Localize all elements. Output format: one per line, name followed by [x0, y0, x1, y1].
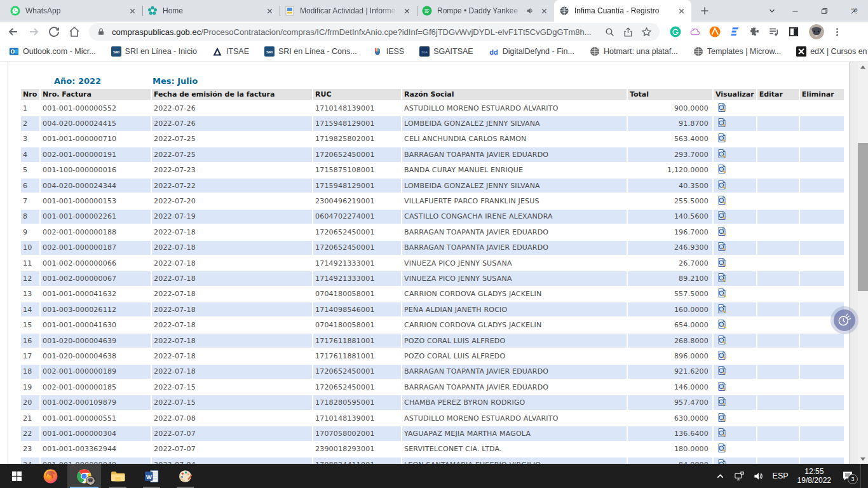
browser-tab[interactable]: Infima Cuantía - Registro — [554, 0, 691, 22]
visualizar-document-search-icon[interactable] — [717, 273, 727, 283]
start-button[interactable] — [0, 464, 34, 488]
cell-factura: 001-001-000000049 — [41, 458, 151, 464]
profile-avatar[interactable] — [809, 24, 824, 39]
bookmark-item[interactable]: ITSAE — [212, 46, 249, 57]
browser-tab[interactable]: Rompe • Daddy Yankee — [417, 0, 554, 22]
visualizar-document-search-icon[interactable] — [717, 381, 727, 391]
taskbar-explorer[interactable] — [101, 464, 135, 488]
restore-button[interactable] — [810, 0, 839, 22]
visualizar-document-search-icon[interactable] — [717, 335, 727, 345]
cell-visualizar — [714, 241, 756, 255]
share-icon[interactable] — [623, 27, 634, 37]
lightning-extension-icon[interactable] — [729, 26, 740, 37]
bookmark-item[interactable]: Templates | Microw... — [693, 46, 781, 57]
visualizar-document-search-icon[interactable] — [717, 241, 727, 252]
cell-ruc: 1710148139001 — [313, 411, 401, 425]
taskbar-apps: W — [0, 464, 202, 488]
cell-fecha: 2022-07-18 — [152, 271, 312, 285]
browser-tab[interactable]: Home — [142, 0, 280, 22]
browser-scrollbar[interactable] — [858, 62, 868, 464]
bookmark-item[interactable]: SRI SRI en Línea - Cons... — [264, 46, 357, 57]
scrollbar-down-arrow-icon[interactable] — [860, 458, 865, 461]
visualizar-document-search-icon[interactable] — [717, 180, 727, 190]
bookmark-item[interactable]: IESS — [372, 46, 405, 57]
tray-clock[interactable]: 12:55 19/8/2022 — [797, 467, 831, 485]
bookmark-item[interactable]: edX | Cursos en líne... — [796, 46, 868, 57]
page-inner-scrollbar[interactable] — [850, 62, 858, 464]
tray-chevron-up-icon[interactable] — [715, 471, 726, 482]
forward-button[interactable] — [25, 24, 42, 40]
tab-audio-speaker-icon[interactable] — [526, 6, 534, 15]
visualizar-document-search-icon[interactable] — [717, 195, 727, 205]
lock-icon[interactable] — [97, 27, 105, 36]
home-button[interactable] — [66, 24, 83, 40]
visualizar-document-search-icon[interactable] — [717, 304, 727, 314]
show-desktop-strip[interactable] — [860, 464, 864, 488]
puzzle-extensions-icon[interactable] — [749, 26, 760, 37]
tab-strip: WhatsApp Home Modificar Actividad | Info… — [0, 0, 868, 22]
reload-button[interactable] — [46, 24, 62, 40]
visualizar-document-search-icon[interactable] — [717, 396, 727, 407]
taskbar-paint[interactable] — [168, 464, 202, 488]
minimize-button[interactable] — [780, 0, 810, 22]
visualizar-document-search-icon[interactable] — [717, 459, 727, 464]
back-button[interactable] — [5, 24, 22, 40]
tab-search-chevron-icon[interactable] — [764, 3, 780, 19]
floating-timer-widget[interactable] — [834, 309, 855, 331]
tab-close-icon[interactable] — [402, 6, 412, 16]
visualizar-document-search-icon[interactable] — [717, 257, 727, 268]
scrollbar-up-arrow-icon[interactable] — [860, 65, 865, 69]
visualizar-document-search-icon[interactable] — [717, 164, 727, 174]
visualizar-document-search-icon[interactable] — [717, 350, 727, 360]
visualizar-document-search-icon[interactable] — [717, 428, 727, 438]
visualizar-document-search-icon[interactable] — [717, 210, 727, 220]
cell-nro: 16 — [21, 334, 39, 348]
taskbar-word[interactable]: W — [135, 464, 168, 488]
tab-close-icon[interactable] — [128, 6, 137, 16]
bookmark-item[interactable]: SGA SGAITSAE — [419, 46, 473, 57]
taskbar-firefox[interactable] — [34, 464, 67, 488]
taskbar-chrome[interactable] — [67, 464, 101, 488]
bookmark-star-icon[interactable] — [641, 27, 652, 37]
visualizar-document-search-icon[interactable] — [717, 118, 727, 128]
cell-visualizar — [714, 442, 756, 456]
grammarly-icon[interactable] — [670, 26, 681, 37]
bookmark-item[interactable]: SRI SRI en Línea - Inicio — [111, 46, 197, 57]
visualizar-document-search-icon[interactable] — [717, 288, 727, 298]
tray-network-icon[interactable] — [734, 471, 745, 482]
visualizar-document-search-icon[interactable] — [717, 133, 727, 143]
visualizar-document-search-icon[interactable] — [717, 365, 727, 376]
visualizar-document-search-icon[interactable] — [717, 226, 727, 236]
cell-editar — [757, 225, 799, 239]
visualizar-document-search-icon[interactable] — [717, 149, 727, 159]
visualizar-document-search-icon[interactable] — [717, 319, 727, 329]
zoom-magnifier-icon[interactable] — [604, 27, 615, 37]
tab-close-icon[interactable] — [677, 6, 686, 16]
tab-close-icon[interactable] — [539, 6, 549, 16]
bookmark-item[interactable]: Outlook.com - Micr... — [9, 46, 96, 57]
bookmarks-overflow-chevron[interactable]: » — [853, 4, 858, 15]
frame-extension-icon[interactable] — [788, 26, 799, 37]
visualizar-document-search-icon[interactable] — [717, 102, 727, 112]
paint-icon — [177, 468, 193, 484]
address-bar[interactable]: compraspublicas.gob.ec/ProcesoContrataci… — [89, 23, 660, 41]
avast-icon[interactable] — [709, 26, 721, 37]
browser-tab[interactable]: WhatsApp — [5, 0, 142, 22]
tab-close-icon[interactable] — [265, 6, 275, 16]
playlist-extension-icon[interactable] — [768, 26, 780, 37]
cell-razon-social: CARRION CORDOVA GLADYS JACKELIN — [402, 318, 627, 332]
new-tab-plus-icon[interactable] — [696, 3, 713, 19]
bookmark-item[interactable]: dd DigitalDefynd - Fin... — [489, 46, 574, 57]
notification-center-icon[interactable]: 3 — [841, 470, 854, 482]
visualizar-document-search-icon[interactable] — [717, 412, 727, 423]
cell-factura: 001-001-000000552 — [41, 101, 151, 115]
tray-speaker-icon[interactable] — [753, 471, 764, 482]
tray-language[interactable]: ESP — [773, 471, 789, 480]
scrollbar-thumb[interactable] — [858, 143, 868, 291]
browser-menu-dots-icon[interactable] — [832, 27, 843, 37]
browser-tab[interactable]: Modificar Actividad | Informe — [280, 0, 417, 22]
cloud-extension-icon[interactable] — [689, 26, 701, 37]
bookmark-item[interactable]: Hotmart: una plataf... — [590, 46, 678, 57]
visualizar-document-search-icon[interactable] — [717, 443, 727, 453]
url-text[interactable]: compraspublicas.gob.ec/ProcesoContrataci… — [112, 27, 597, 37]
